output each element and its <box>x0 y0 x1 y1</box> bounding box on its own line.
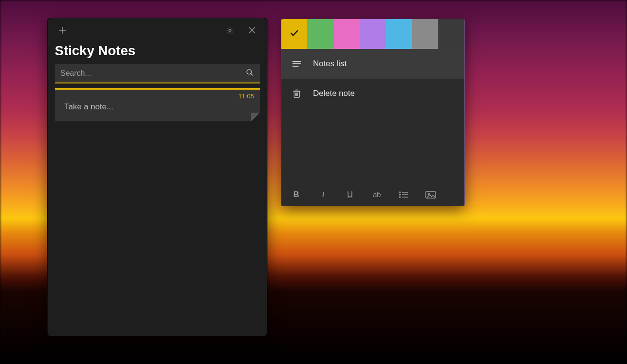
search-field[interactable] <box>55 64 260 83</box>
svg-line-6 <box>251 73 253 75</box>
color-swatch-pink[interactable] <box>334 19 360 49</box>
color-swatch-blue[interactable] <box>386 19 412 49</box>
insert-image-button[interactable] <box>425 191 436 199</box>
new-note-button[interactable] <box>51 18 73 42</box>
note-timestamp: 11:05 <box>238 93 254 100</box>
close-icon <box>249 27 255 34</box>
note-editor-body[interactable] <box>281 108 464 183</box>
menu-item-label: Delete note <box>313 89 355 98</box>
format-toolbar: B I U ab <box>281 183 464 206</box>
sticky-notes-list-window: Sticky Notes 11:05 Take a note... <box>47 18 267 337</box>
italic-button[interactable]: I <box>318 190 328 200</box>
svg-point-2 <box>229 29 231 32</box>
bullet-list-icon <box>399 191 409 199</box>
check-icon <box>289 28 299 40</box>
note-card[interactable]: 11:05 Take a note... <box>55 88 260 121</box>
gear-icon <box>226 26 234 35</box>
search-input[interactable] <box>60 69 245 78</box>
trash-icon <box>292 89 301 98</box>
settings-button[interactable] <box>219 18 241 42</box>
menu-item-delete-note[interactable]: Delete note <box>281 79 464 108</box>
color-picker-row <box>281 19 464 49</box>
bullet-list-button[interactable] <box>398 191 409 199</box>
color-swatch-green[interactable] <box>307 19 333 49</box>
plus-icon <box>59 26 66 34</box>
search-icon <box>245 68 254 79</box>
color-swatch-purple[interactable] <box>360 19 386 49</box>
svg-point-23 <box>428 193 429 194</box>
menu-item-label: Notes list <box>313 59 347 69</box>
app-title: Sticky Notes <box>48 42 267 64</box>
color-swatch-yellow[interactable] <box>281 19 307 49</box>
dog-ear-icon <box>251 113 260 121</box>
svg-point-5 <box>247 70 252 74</box>
svg-point-18 <box>399 194 400 195</box>
list-icon <box>292 60 301 67</box>
sticky-note-editor-window: Notes list Delete note B I U ab <box>281 19 465 206</box>
color-swatch-gray[interactable] <box>412 19 438 49</box>
image-icon <box>425 191 436 199</box>
color-swatch-charcoal[interactable] <box>438 19 464 49</box>
titlebar <box>48 18 267 42</box>
close-button[interactable] <box>241 18 263 42</box>
bold-button[interactable]: B <box>291 190 301 200</box>
strikethrough-button[interactable]: ab <box>372 190 382 199</box>
underline-button[interactable]: U <box>345 190 355 200</box>
svg-point-16 <box>399 192 400 193</box>
note-preview-text: Take a note... <box>64 102 254 112</box>
notes-list: 11:05 Take a note... <box>48 88 267 121</box>
menu-item-notes-list[interactable]: Notes list <box>281 49 464 79</box>
svg-point-20 <box>399 197 400 198</box>
